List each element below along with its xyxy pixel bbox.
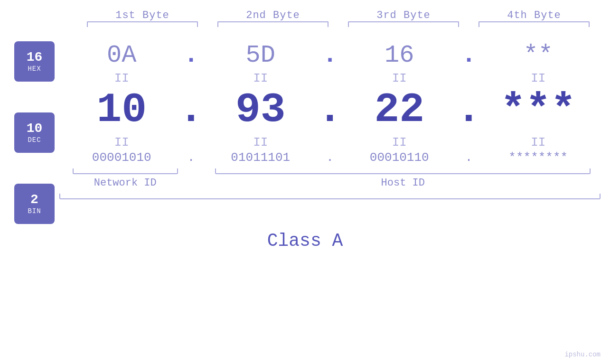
bin-dot-2: . — [323, 150, 337, 165]
hex-cell-3: 16 — [337, 41, 462, 69]
byte4-header: 4th Byte — [469, 9, 600, 21]
equals2-3: II — [337, 135, 462, 149]
footer-bracket — [59, 194, 601, 199]
host-bottom-bracket — [215, 168, 591, 174]
hex-dot-3: . — [462, 43, 476, 68]
bracket-cell-3 — [338, 21, 469, 27]
equals2-4: II — [476, 135, 601, 149]
dec-value-2: 93 — [235, 86, 286, 133]
hex-value-2: 5D — [246, 41, 275, 69]
byte1-header: 1st Byte — [77, 9, 208, 21]
bin-cell-2: 01011101 — [198, 150, 323, 165]
dec-value-1: 10 — [96, 86, 147, 133]
bracket-cell-1 — [77, 21, 208, 27]
dec-value-3: 22 — [374, 86, 424, 133]
footer-bracket-row — [59, 194, 601, 199]
hex-dot-1: . — [184, 43, 198, 68]
byte2-header: 2nd Byte — [208, 9, 338, 21]
header-row: 1st Byte 2nd Byte 3rd Byte 4th Byte — [77, 9, 600, 21]
badges-column: 16 HEX 10 DEC 2 BIN — [9, 37, 59, 224]
hex-value-1: 0A — [107, 41, 136, 69]
dec-row: 10 . 93 . 22 . *** — [59, 86, 601, 133]
hex-badge: 16 HEX — [14, 41, 55, 82]
equals2-1: II — [59, 135, 184, 149]
dec-cell-4: *** — [476, 86, 601, 133]
equals-4: II — [476, 71, 601, 85]
equals-3: II — [337, 71, 462, 85]
bottom-bracket-section — [59, 168, 601, 174]
hex-cell-1: 0A — [59, 41, 184, 69]
network-bottom-bracket — [73, 168, 178, 174]
id-labels-row: Network ID Host ID — [59, 177, 601, 189]
top-bracket-3 — [348, 21, 459, 27]
main-container: 1st Byte 2nd Byte 3rd Byte 4th Byte 16 H… — [0, 0, 610, 364]
bin-dot-1: . — [184, 150, 198, 165]
bin-badge-number: 2 — [30, 193, 38, 207]
top-bracket-4 — [479, 21, 590, 27]
dec-dot-3: . — [462, 89, 476, 131]
byte3-header: 3rd Byte — [338, 9, 469, 21]
host-bracket-cell — [206, 168, 601, 174]
bin-value-2: 01011101 — [231, 150, 290, 165]
network-id-label: Network ID — [59, 177, 191, 189]
bin-cell-4: ******** — [476, 150, 601, 165]
host-id-label: Host ID — [206, 177, 601, 189]
bin-dot-3: . — [462, 150, 476, 165]
bin-value-4: ******** — [508, 150, 568, 165]
dec-value-4: *** — [501, 86, 576, 133]
bin-value-1: 00001010 — [92, 150, 151, 165]
hex-badge-number: 16 — [27, 50, 43, 65]
watermark: ipshu.com — [564, 351, 601, 358]
bracket-cell-2 — [208, 21, 338, 27]
bin-badge-label: BIN — [28, 207, 41, 215]
bin-badge: 2 BIN — [14, 184, 55, 224]
dec-cell-2: 93 — [198, 86, 323, 133]
hex-dot-2: . — [323, 43, 337, 68]
top-bracket-row — [77, 21, 600, 27]
hex-value-4: ** — [524, 41, 553, 69]
equals-row-1: II II II II — [59, 71, 601, 85]
hex-cell-4: ** — [476, 41, 601, 69]
hex-cell-2: 5D — [198, 41, 323, 69]
dec-badge: 10 DEC — [14, 112, 55, 153]
bin-cell-3: 00010110 — [337, 150, 462, 165]
equals2-2: II — [198, 135, 323, 149]
top-bracket-2 — [217, 21, 328, 27]
hex-value-3: 16 — [385, 41, 414, 69]
bin-row: 00001010 . 01011101 . 00010110 . — [59, 150, 601, 165]
equals-2: II — [198, 71, 323, 85]
dec-cell-1: 10 — [59, 86, 184, 133]
hex-badge-label: HEX — [28, 65, 41, 73]
hex-row: 0A . 5D . 16 . ** — [59, 41, 601, 69]
equals-row-2: II II II II — [59, 135, 601, 149]
dec-dot-1: . — [184, 89, 198, 131]
dec-badge-number: 10 — [27, 121, 43, 136]
bin-cell-1: 00001010 — [59, 150, 184, 165]
dec-dot-2: . — [323, 89, 337, 131]
dec-cell-3: 22 — [337, 86, 462, 133]
class-label: Class A — [9, 231, 601, 251]
bracket-cell-4 — [469, 21, 600, 27]
top-bracket-1 — [87, 21, 198, 27]
values-grid: 0A . 5D . 16 . ** — [59, 37, 601, 224]
bin-value-3: 00010110 — [370, 150, 429, 165]
equals-1: II — [59, 71, 184, 85]
network-bracket-cell — [59, 168, 191, 174]
content-section: 16 HEX 10 DEC 2 BIN 0A . — [9, 37, 601, 224]
dec-badge-label: DEC — [28, 136, 41, 144]
